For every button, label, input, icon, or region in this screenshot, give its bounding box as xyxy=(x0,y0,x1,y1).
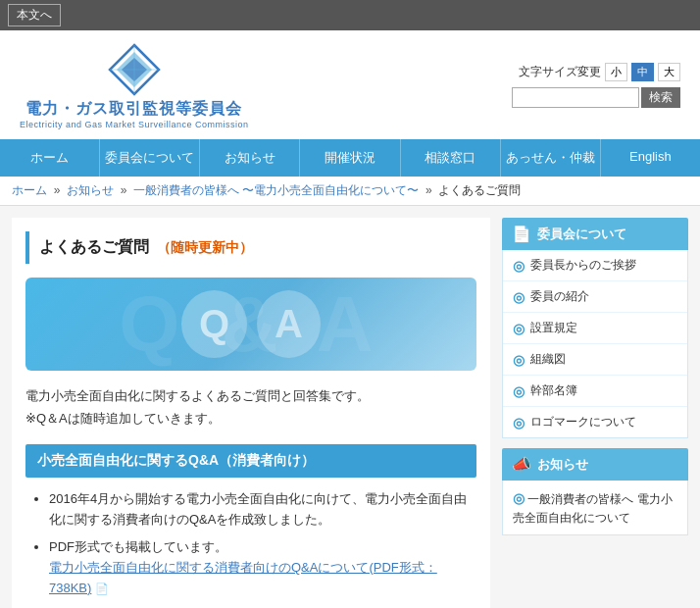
breadcrumb-home[interactable]: ホーム xyxy=(12,183,47,197)
news-icon: 📣 xyxy=(512,455,531,474)
logo-area: 電力・ガス取引監視等委員会 Electricity and Gas Market… xyxy=(20,40,249,129)
bullet-icon-0: ◎ xyxy=(513,258,525,274)
sidebar-items-news: ◎ 一般消費者の皆様へ 電力小売全面自由化について xyxy=(502,481,688,535)
sidebar-header-news: 📣 お知らせ xyxy=(502,448,688,481)
breadcrumb-current: よくあるご質問 xyxy=(438,183,521,197)
sidebar-header-about: 📄 委員会について xyxy=(502,218,688,250)
sidebar-section-about: 📄 委員会について ◎ 委員長からのご挨拶 ◎ 委員の紹介 ◎ 設置規定 ◎ xyxy=(502,218,688,438)
nav-item-mediation[interactable]: あっせん・仲裁 xyxy=(501,139,601,177)
description-text: 電力小売全面自由化に関するよくあるご質問と回答集です。 ※Q＆Aは随時追加してい… xyxy=(25,384,476,431)
nav-item-english[interactable]: English xyxy=(601,139,700,177)
logo-text-ja: 電力・ガス取引監視等委員会 xyxy=(25,99,242,120)
sidebar-item-orgchart[interactable]: ◎ 組織図 xyxy=(503,344,687,376)
nav: ホーム 委員会について お知らせ 開催状況 相談窓口 あっせん・仲裁 Engli… xyxy=(0,139,700,177)
sidebar-header-about-text: 委員会について xyxy=(537,226,626,243)
content-area: よくあるご質問 （随時更新中） Q & A Q A 電力小売全面自由化に関するよ… xyxy=(12,218,490,608)
news-bullet-0: ◎ xyxy=(513,490,525,506)
sidebar-item-greeting[interactable]: ◎ 委員長からのご挨拶 xyxy=(503,250,687,281)
font-size-label: 文字サイズ変更 xyxy=(519,64,601,80)
bullet-item-2-text: PDF形式でも掲載しています。 xyxy=(49,539,227,554)
nav-item-about[interactable]: 委員会について xyxy=(100,139,200,177)
bullet-icon-4: ◎ xyxy=(513,383,525,399)
font-size-area: 文字サイズ変更 小 中 大 xyxy=(519,63,680,81)
pdf-icon: 📄 xyxy=(95,583,109,594)
nav-item-home[interactable]: ホーム xyxy=(0,139,100,177)
skip-link[interactable]: 本文へ xyxy=(8,4,61,26)
sidebar: 📄 委員会について ◎ 委員長からのご挨拶 ◎ 委員の紹介 ◎ 設置規定 ◎ xyxy=(502,218,688,608)
font-large-button[interactable]: 大 xyxy=(658,63,680,81)
committee-icon: 📄 xyxy=(512,225,531,243)
header-right: 文字サイズ変更 小 中 大 検索 xyxy=(512,63,680,108)
sidebar-section-news: 📣 お知らせ ◎ 一般消費者の皆様へ 電力小売全面自由化について xyxy=(502,448,688,535)
page-title-highlight: （随時更新中） xyxy=(157,239,253,257)
nav-item-consult[interactable]: 相談窓口 xyxy=(401,139,501,177)
logo-text-en: Electricity and Gas Market Surveillance … xyxy=(20,120,249,129)
bullet-item-1: 2016年4月から開始する電力小売全面自由化に向けて、電力小売全面自由化に関する… xyxy=(49,489,476,531)
sidebar-items-about: ◎ 委員長からのご挨拶 ◎ 委員の紹介 ◎ 設置規定 ◎ 組織図 ◎ 幹部名 xyxy=(502,250,688,438)
sidebar-item-logo[interactable]: ◎ ロゴマークについて xyxy=(503,407,687,437)
font-medium-button[interactable]: 中 xyxy=(631,63,654,81)
sidebar-news-item-0-text: 一般消費者の皆様へ 電力小売全面自由化について xyxy=(513,492,673,525)
sidebar-item-logo-text: ロゴマークについて xyxy=(530,414,636,431)
desc-line-1: 電力小売全面自由化に関するよくあるご質問と回答集です。 xyxy=(25,384,476,407)
nav-item-news[interactable]: お知らせ xyxy=(200,139,300,177)
bullet-icon-5: ◎ xyxy=(513,415,525,431)
sidebar-item-members[interactable]: ◎ 委員の紹介 xyxy=(503,281,687,313)
search-button[interactable]: 検索 xyxy=(641,87,680,108)
breadcrumb: ホーム » お知らせ » 一般消費者の皆様へ 〜電力小売全面自由化について〜 »… xyxy=(0,177,700,206)
sidebar-item-rules-text: 設置規定 xyxy=(530,320,577,336)
qa-bg-text: Q & A xyxy=(119,279,382,370)
sidebar-item-members-text: 委員の紹介 xyxy=(530,288,589,305)
bullet-icon-1: ◎ xyxy=(513,289,525,305)
bullet-icon-2: ◎ xyxy=(513,321,525,336)
top-bar: 本文へ xyxy=(0,0,700,30)
nav-item-events[interactable]: 開催状況 xyxy=(300,139,400,177)
page-title-text: よくあるご質問 xyxy=(39,237,149,258)
main-layout: よくあるご質問 （随時更新中） Q & A Q A 電力小売全面自由化に関するよ… xyxy=(0,206,700,608)
breadcrumb-news[interactable]: お知らせ xyxy=(67,183,114,197)
font-small-button[interactable]: 小 xyxy=(605,63,627,81)
search-area: 検索 xyxy=(512,87,680,108)
qa-banner: Q & A Q A xyxy=(25,278,476,371)
desc-line-2: ※Q＆Aは随時追加していきます。 xyxy=(25,407,476,430)
sidebar-item-executives-text: 幹部名簿 xyxy=(530,382,577,399)
bullet-item-2: PDF形式でも掲載しています。 電力小売全面自由化に関する消費者向けのQ&Aにつ… xyxy=(49,537,476,598)
sidebar-item-rules[interactable]: ◎ 設置規定 xyxy=(503,313,687,344)
sidebar-header-news-text: お知らせ xyxy=(537,456,588,474)
bullet-list: 2016年4月から開始する電力小売全面自由化に向けて、電力小売全面自由化に関する… xyxy=(25,489,476,599)
bullet-icon-3: ◎ xyxy=(513,352,525,368)
header: 電力・ガス取引監視等委員会 Electricity and Gas Market… xyxy=(0,30,700,139)
search-input[interactable] xyxy=(512,87,639,108)
page-title-block: よくあるご質問 （随時更新中） xyxy=(25,231,476,264)
sidebar-item-executives[interactable]: ◎ 幹部名簿 xyxy=(503,376,687,407)
breadcrumb-retail[interactable]: 一般消費者の皆様へ 〜電力小売全面自由化について〜 xyxy=(133,183,419,197)
section-heading: 小売全面自由化に関するQ&A（消費者向け） xyxy=(25,444,476,478)
sidebar-item-orgchart-text: 組織図 xyxy=(530,351,566,368)
sidebar-news-item-0[interactable]: ◎ 一般消費者の皆様へ 電力小売全面自由化について xyxy=(503,481,687,534)
logo-diamond xyxy=(105,40,164,99)
sidebar-item-greeting-text: 委員長からのご挨拶 xyxy=(530,257,636,274)
